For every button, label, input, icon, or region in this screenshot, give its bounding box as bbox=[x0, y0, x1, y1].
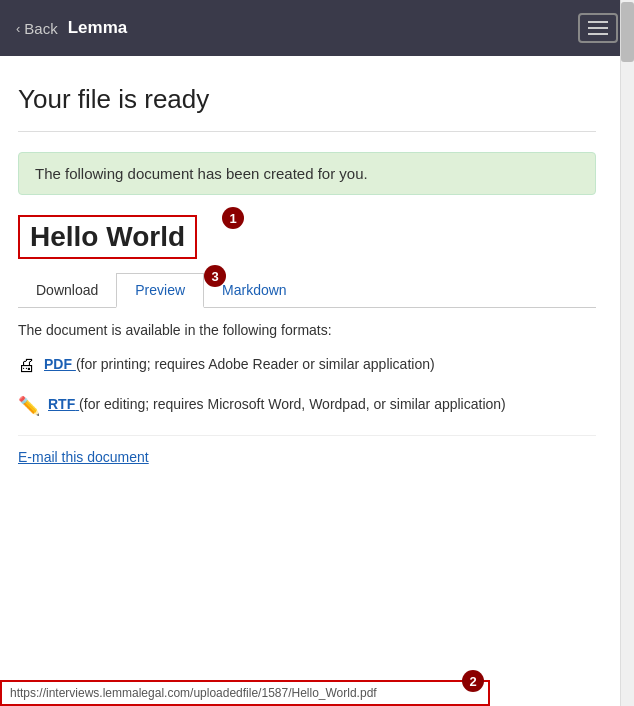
hamburger-line-2 bbox=[588, 27, 608, 29]
back-button[interactable]: ‹ Back bbox=[16, 20, 58, 37]
tab-preview[interactable]: Preview bbox=[116, 273, 204, 308]
doc-title-box: Hello World bbox=[18, 215, 197, 259]
pdf-icon: 🖨 bbox=[18, 355, 36, 376]
divider bbox=[18, 131, 596, 132]
format-row-rtf: ✏️ RTF (for editing; requires Microsoft … bbox=[18, 394, 596, 417]
main-content: Your file is ready The following documen… bbox=[0, 56, 620, 493]
back-label: Back bbox=[24, 20, 57, 37]
hamburger-line-3 bbox=[588, 33, 608, 35]
formats-intro: The document is available in the followi… bbox=[18, 322, 596, 338]
email-link[interactable]: E-mail this document bbox=[18, 449, 149, 465]
page-title: Your file is ready bbox=[18, 84, 596, 115]
app-title: Lemma bbox=[68, 18, 128, 38]
doc-title-row: Hello World 1 bbox=[18, 215, 596, 259]
hamburger-button[interactable] bbox=[578, 13, 618, 43]
scrollbar-thumb[interactable] bbox=[621, 2, 634, 62]
badge-3: 3 bbox=[204, 265, 226, 287]
rtf-icon: ✏️ bbox=[18, 395, 40, 417]
badge-1: 1 bbox=[222, 207, 244, 229]
tabs-row: Download Preview Markdown 3 bbox=[18, 273, 596, 308]
scrollbar[interactable] bbox=[620, 0, 634, 706]
header-left: ‹ Back Lemma bbox=[16, 18, 127, 38]
url-bar: https://interviews.lemmalegal.com/upload… bbox=[0, 680, 490, 706]
format-row-pdf: 🖨 PDF (for printing; requires Adobe Read… bbox=[18, 354, 596, 376]
badge-2: 2 bbox=[462, 670, 484, 692]
rtf-text: RTF (for editing; requires Microsoft Wor… bbox=[48, 394, 506, 415]
email-section: E-mail this document bbox=[18, 435, 596, 477]
tab-download[interactable]: Download bbox=[18, 274, 116, 306]
success-message: The following document has been created … bbox=[35, 165, 368, 182]
pdf-link[interactable]: PDF bbox=[44, 356, 76, 372]
back-chevron-icon: ‹ bbox=[16, 21, 20, 36]
app-header: ‹ Back Lemma bbox=[0, 0, 634, 56]
rtf-link[interactable]: RTF bbox=[48, 396, 79, 412]
success-banner: The following document has been created … bbox=[18, 152, 596, 195]
doc-title: Hello World bbox=[30, 221, 185, 252]
hamburger-line-1 bbox=[588, 21, 608, 23]
pdf-text: PDF (for printing; requires Adobe Reader… bbox=[44, 354, 435, 375]
